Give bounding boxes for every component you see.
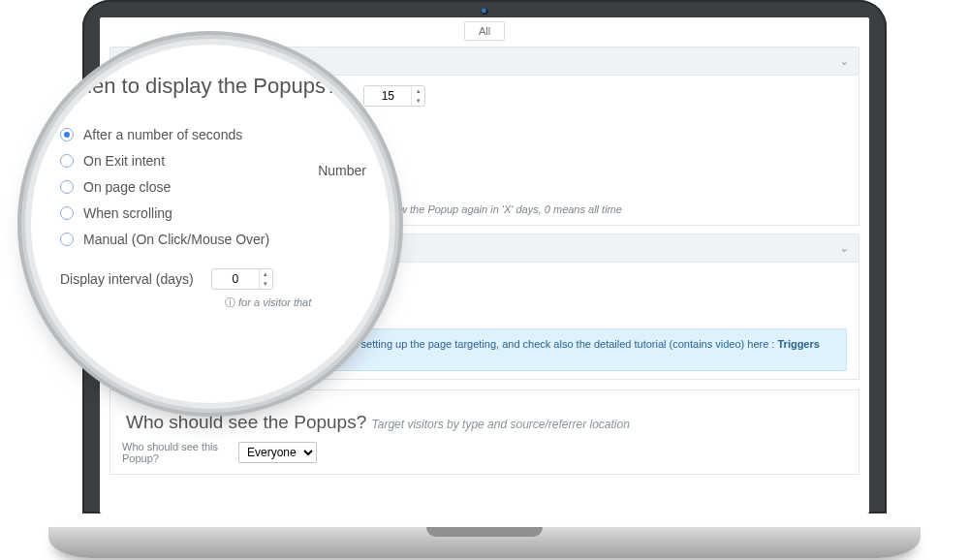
- interval-label: Display interval (days): [60, 271, 194, 287]
- option-label: On Exit intent: [83, 153, 165, 169]
- option-label: On page close: [83, 179, 171, 195]
- step-up-icon[interactable]: ▴: [412, 86, 424, 96]
- webcam-dot: [482, 8, 488, 15]
- option-scrolling[interactable]: When scrolling: [60, 205, 366, 221]
- interval-hint: ⓘ for a visitor that: [60, 296, 366, 310]
- display-interval-row: Display interval (days) ▴▾: [60, 268, 366, 290]
- chevron-down-icon: ⌄: [839, 241, 849, 255]
- step-up-icon[interactable]: ▴: [260, 269, 272, 279]
- trackpad-notch: [426, 527, 543, 537]
- option-label: Manual (On Click/Mouse Over): [83, 232, 269, 247]
- interval-field[interactable]: [212, 272, 259, 286]
- option-manual[interactable]: Manual (On Click/Mouse Over): [60, 232, 366, 247]
- step-down-icon[interactable]: ▾: [260, 279, 272, 289]
- option-after-seconds[interactable]: After a number of seconds: [60, 127, 366, 142]
- seconds-input[interactable]: ▴▾: [363, 85, 425, 107]
- radio-icon[interactable]: [60, 128, 74, 141]
- radio-icon[interactable]: [60, 180, 74, 194]
- who-field-label: Who should see this Popup?: [122, 441, 229, 464]
- number-column-label: Number: [318, 163, 366, 178]
- option-label: When scrolling: [83, 205, 172, 221]
- magnifier-lens: When to display the Popups? ch After a n…: [31, 45, 390, 403]
- interval-input[interactable]: ▴▾: [211, 268, 273, 290]
- who-subtitle: Target visitors by type and source/refer…: [372, 418, 630, 431]
- option-page-close[interactable]: On page close: [60, 179, 366, 195]
- step-down-icon[interactable]: ▾: [412, 96, 424, 106]
- tabs-strip: All: [109, 17, 860, 47]
- laptop-base: [48, 527, 921, 558]
- chevron-down-icon: ⌄: [839, 54, 849, 68]
- who-select[interactable]: Everyone: [238, 442, 317, 463]
- radio-icon[interactable]: [60, 206, 74, 220]
- tab-all[interactable]: All: [464, 21, 505, 41]
- seconds-field[interactable]: [364, 89, 411, 103]
- who-title: Who should see the Popups? Target visito…: [122, 400, 847, 441]
- radio-icon[interactable]: [60, 154, 74, 168]
- radio-icon[interactable]: [60, 233, 74, 246]
- option-label: After a number of seconds: [83, 127, 242, 142]
